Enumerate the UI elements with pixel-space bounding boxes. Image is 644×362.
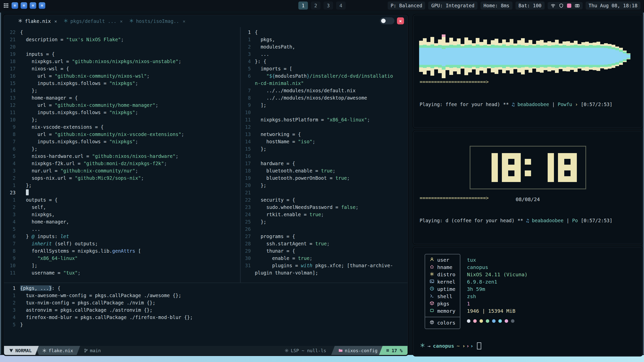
line-number: 13 xyxy=(241,131,255,138)
editor-cursor xyxy=(26,189,29,195)
code-text: hostName = "iso"; xyxy=(255,138,315,145)
code-line: 4 firefox-mod-blur = pkgs.callPackage ./… xyxy=(4,314,408,321)
line-number: 2 xyxy=(4,204,20,211)
palette-dot xyxy=(479,319,483,323)
code-text: description = "tux's NixOS Flake"; xyxy=(20,36,124,43)
statusline-branch[interactable]: main xyxy=(79,346,106,355)
code-text: home-manager, xyxy=(20,218,69,225)
code-line: 3 nur.url = "github:nix-community/nur"; xyxy=(4,167,240,174)
terminal-cursor[interactable] xyxy=(477,342,481,349)
palette-dot xyxy=(473,319,477,323)
network-icon[interactable] xyxy=(551,3,555,8)
code-line: 1 }; xyxy=(4,182,240,189)
fetch-label: colors xyxy=(437,319,455,327)
tab-label: hosts/isoImag.. xyxy=(136,18,179,24)
clock-digit xyxy=(558,153,577,182)
code-text: }; xyxy=(20,145,37,153)
code-text: ssh.startAgent = true; xyxy=(255,240,330,247)
code-line: 22{ xyxy=(4,29,240,36)
now-playing-text: Playing: d (coffee for your head) ** ♫ b… xyxy=(420,217,636,224)
lines-icon xyxy=(386,348,390,352)
code-text: imports = [ xyxy=(255,65,292,72)
palette-dot xyxy=(467,319,470,323)
fetch-label: memory xyxy=(437,307,455,315)
pane-flake-nix[interactable]: 22{21 description = "tux's NixOS Flake";… xyxy=(4,27,240,284)
code-line: 13 home-manager = { xyxy=(4,94,240,102)
prompt-hostname: canopus xyxy=(433,343,454,349)
tab-close-icon[interactable]: × xyxy=(183,19,185,24)
tag-icon-1[interactable] xyxy=(12,2,18,9)
code-text: username = "tux"; xyxy=(20,269,80,277)
workspace-button-2[interactable]: 2 xyxy=(311,2,320,10)
fetch-value-user: tux xyxy=(467,256,528,264)
tab-close-icon[interactable]: × xyxy=(54,19,57,24)
fetch-value-shell: zsh xyxy=(467,293,528,300)
code-text: nixos-wsl = { xyxy=(20,65,69,72)
tab-flake-nix[interactable]: flake.nix× xyxy=(18,18,57,24)
code-text: url = "github:nix-community/nixos-wsl"; xyxy=(20,72,150,80)
code-line: 15 inputs.nixpkgs.follows = "nixpkgs"; xyxy=(4,80,240,87)
shield-icon[interactable] xyxy=(559,3,564,8)
code-text: "${modulesPath}/installer/cd-dvd/install… xyxy=(255,72,393,80)
statusline-file[interactable]: flake.nix xyxy=(35,346,80,355)
line-number: 5 xyxy=(4,225,20,233)
tag-icon-3[interactable] xyxy=(30,2,36,9)
palette-icon xyxy=(430,319,434,327)
workspace-button-1[interactable]: 1 xyxy=(298,2,308,10)
palette-dot xyxy=(505,319,508,323)
code-line: 14 }; xyxy=(4,87,240,94)
code-line: 2 sops-nix.url = "github:Mic92/sops-nix"… xyxy=(4,174,240,182)
screenshot-icon[interactable] xyxy=(575,3,580,8)
topbar-left xyxy=(0,2,45,9)
code-text: nixos-hardware.url = "github:nixos/nixos… xyxy=(20,153,178,160)
code-line: 23 xyxy=(4,189,240,196)
pane-iso-image[interactable]: 1{1 pkgs,2 modulesPath,3 ...4}: {5 impor… xyxy=(241,27,408,284)
line-number: 18 xyxy=(241,167,255,174)
code-line: 2 tux-nvim-config = pkgs.callPackage ./n… xyxy=(4,299,408,306)
fetch-label: kernel xyxy=(437,278,455,286)
titlebar-toggle[interactable] xyxy=(380,17,394,24)
window-close-button[interactable]: × xyxy=(397,17,404,24)
code-text: astronvim = pkgs.callPackage ./astronvim… xyxy=(20,306,152,314)
tab-close-icon[interactable]: × xyxy=(120,19,123,24)
workspace-button-3[interactable]: 3 xyxy=(324,2,333,10)
line-number: 18 xyxy=(4,58,20,65)
tag-icon-2[interactable] xyxy=(21,2,27,9)
code-line: 16 url = "github:nix-community/nixos-wsl… xyxy=(4,72,240,80)
clock-digit xyxy=(535,153,554,182)
code-line: 26 xyxy=(241,225,408,233)
tag-icon-4[interactable] xyxy=(39,2,45,9)
power-profile: P: Balanced xyxy=(388,2,425,10)
code-line: 12 xyxy=(241,123,408,131)
code-line: 18 bluetooth.enable = true; xyxy=(241,167,408,174)
line-number: 8 xyxy=(4,247,20,255)
code-line: 3 nixpkgs, xyxy=(4,211,240,218)
editor-tabs: flake.nix×pkgs/default ...×hosts/isoImag… xyxy=(4,15,408,27)
tab-pkgs-default-[interactable]: pkgs/default ...× xyxy=(64,18,123,24)
code-text: security = { xyxy=(255,196,295,204)
code-text: forAllSystems = nixpkgs.lib.genAttrs [ xyxy=(20,247,141,255)
memory-icon xyxy=(430,307,434,315)
app-launcher-icon[interactable] xyxy=(4,3,9,8)
code-text: }; xyxy=(255,182,266,189)
uptime-icon xyxy=(430,286,434,293)
palette-dot xyxy=(498,319,502,323)
clock-footer: =======================> Playing: d (cof… xyxy=(420,179,636,239)
shell-prompt[interactable]: →canopus~››› xyxy=(420,342,481,349)
line-number: 11 xyxy=(4,109,20,116)
line-number: 5 xyxy=(241,65,255,72)
line-number: 12 xyxy=(4,102,20,109)
code-line: 20 xyxy=(4,43,240,51)
tab-hosts-isoimag-[interactable]: hosts/isoImag..× xyxy=(129,18,185,24)
statusline-project[interactable]: nixos-config xyxy=(331,346,383,355)
workspace-button-4[interactable]: 4 xyxy=(336,2,346,10)
pane-pkgs-default[interactable]: 1{pkgs, ...}: {1 tux-awesome-wm-config =… xyxy=(4,283,408,346)
code-line: 3 ... xyxy=(241,51,408,58)
code-line: 5 ... xyxy=(4,225,240,233)
code-text: bluetooth.powerOnBoot = true; xyxy=(255,174,350,182)
code-text: }; xyxy=(255,218,266,225)
wave-column xyxy=(623,51,627,62)
color-picker-icon[interactable] xyxy=(567,4,571,8)
line-number: 2 xyxy=(241,43,255,51)
code-line: 17 hardware = { xyxy=(241,160,408,167)
